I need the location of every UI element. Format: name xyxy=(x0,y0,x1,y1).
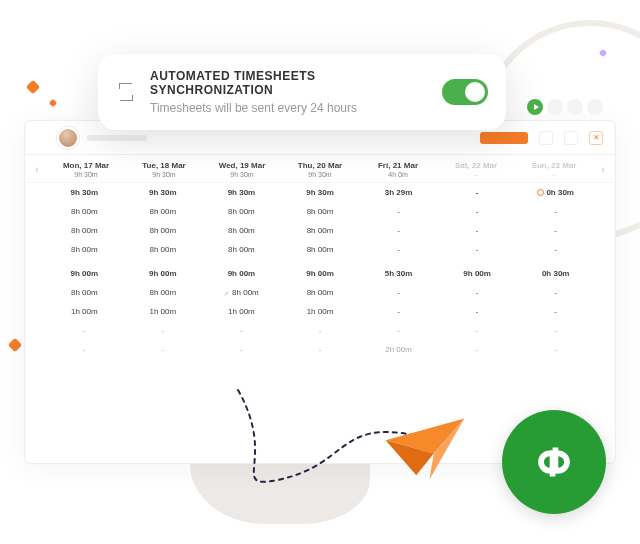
timesheet-cell[interactable]: 8h 00m xyxy=(124,202,203,221)
timesheet-cell[interactable]: 0h 30m xyxy=(516,259,595,283)
cell-value: 1h 00m xyxy=(307,307,334,316)
timesheet-cell[interactable]: - xyxy=(359,202,438,221)
avatar[interactable] xyxy=(57,127,79,149)
timesheet-cell[interactable]: - xyxy=(516,302,595,321)
timesheet-cell[interactable]: 8h 00m xyxy=(281,202,360,221)
timesheet-cell[interactable]: - xyxy=(438,302,517,321)
cell-value: - xyxy=(476,188,479,197)
cell-value: 0h 30m xyxy=(546,188,574,197)
cell-value: 8h 00m xyxy=(71,207,98,216)
cell-value: 1h 00m xyxy=(71,307,98,316)
view-option-2[interactable] xyxy=(564,131,578,145)
timesheet-cell[interactable]: - xyxy=(516,340,595,359)
timesheet-cell[interactable]: 8h 00m xyxy=(124,240,203,259)
timesheet-cell[interactable]: - xyxy=(438,202,517,221)
timesheet-cell[interactable]: 8h 00m xyxy=(124,221,203,240)
cell-value: 8h 00m xyxy=(307,288,334,297)
timesheet-cell[interactable]: - xyxy=(359,221,438,240)
timesheet-cell[interactable]: 8h 00m xyxy=(281,240,360,259)
timesheet-cell[interactable]: 5h 30m xyxy=(359,259,438,283)
cell-value: 8h 00m xyxy=(232,288,259,297)
pencil-icon xyxy=(224,290,230,296)
timesheet-cell[interactable]: 2h 00m xyxy=(359,340,438,359)
timesheet-cell[interactable]: 9h 30m xyxy=(281,183,360,202)
timesheet-cell[interactable]: - xyxy=(438,283,517,302)
next-week-button[interactable]: › xyxy=(593,164,613,175)
timesheet-cell[interactable]: - xyxy=(359,240,438,259)
timesheet-cell[interactable]: 1h 00m xyxy=(124,302,203,321)
timesheet-cell[interactable]: 1h 00m xyxy=(281,302,360,321)
timesheet-cell[interactable]: 8h 00m xyxy=(202,283,281,302)
cell-value: 9h 00m xyxy=(149,269,177,278)
cell-value: 8h 00m xyxy=(150,226,177,235)
timesheet-cell[interactable]: 1h 00m xyxy=(45,302,124,321)
timesheet-cell[interactable]: 8h 00m xyxy=(45,221,124,240)
timesheet-cell[interactable]: - xyxy=(516,221,595,240)
user-name-placeholder xyxy=(87,135,147,141)
timesheet-cell[interactable]: 8h 00m xyxy=(202,221,281,240)
timesheet-cell[interactable]: 9h 00m xyxy=(438,259,517,283)
toolbar-circle-2[interactable] xyxy=(567,99,583,115)
cell-value: - xyxy=(162,326,165,335)
timesheet-cell[interactable]: - xyxy=(438,240,517,259)
timesheet-cell[interactable]: 9h 00m xyxy=(202,259,281,283)
timesheet-cell[interactable]: - xyxy=(516,321,595,340)
timesheet-cell[interactable]: - xyxy=(438,340,517,359)
timesheet-cell[interactable]: 8h 00m xyxy=(202,240,281,259)
timesheet-cell[interactable]: 9h 30m xyxy=(202,183,281,202)
cell-value: - xyxy=(554,326,557,335)
timesheet-cell[interactable]: - xyxy=(202,340,281,359)
day-header: Thu, 20 Mar9h 30m xyxy=(281,161,359,178)
timesheet-cell[interactable]: 8h 00m xyxy=(124,283,203,302)
play-button[interactable] xyxy=(527,99,543,115)
view-option-1[interactable] xyxy=(539,131,553,145)
timesheet-cell[interactable]: - xyxy=(45,340,124,359)
prev-week-button[interactable]: ‹ xyxy=(27,164,47,175)
cell-value: - xyxy=(476,345,479,354)
cell-value: 0h 30m xyxy=(542,269,570,278)
timesheet-cell[interactable]: - xyxy=(281,321,360,340)
toolbar-circle-3[interactable] xyxy=(587,99,603,115)
cell-value: - xyxy=(83,326,86,335)
timesheet-cell[interactable]: - xyxy=(359,283,438,302)
timesheet-cell[interactable]: 3h 29m xyxy=(359,183,438,202)
timesheet-cell[interactable]: - xyxy=(359,321,438,340)
timesheet-cell[interactable]: 9h 00m xyxy=(45,259,124,283)
timesheet-cell[interactable]: 8h 00m xyxy=(45,240,124,259)
timesheet-cell[interactable]: 9h 30m xyxy=(45,183,124,202)
timesheet-cell[interactable]: 1h 00m xyxy=(202,302,281,321)
timesheet-cell[interactable]: - xyxy=(516,202,595,221)
cell-value: - xyxy=(397,207,400,216)
timesheet-cell[interactable]: - xyxy=(359,302,438,321)
timesheet-cell[interactable]: - xyxy=(281,340,360,359)
timesheet-cell[interactable]: - xyxy=(45,321,124,340)
toolbar-circle-1[interactable] xyxy=(547,99,563,115)
timesheet-cell[interactable]: 9h 00m xyxy=(124,259,203,283)
sync-toggle[interactable] xyxy=(442,79,488,105)
timesheet-cell[interactable]: 8h 00m xyxy=(202,202,281,221)
timesheet-cell[interactable]: 8h 00m xyxy=(281,221,360,240)
timesheet-cell[interactable]: - xyxy=(124,340,203,359)
timesheet-cell[interactable]: 9h 30m xyxy=(124,183,203,202)
timesheet-cell[interactable]: 0h 30m xyxy=(516,183,595,202)
timesheet-cell[interactable]: 9h 00m xyxy=(281,259,360,283)
primary-action-button[interactable] xyxy=(480,132,528,144)
view-option-3[interactable]: ✕ xyxy=(589,131,603,145)
timesheet-cell[interactable]: - xyxy=(438,183,517,202)
timesheet-cell[interactable]: - xyxy=(202,321,281,340)
timesheet-cell[interactable]: - xyxy=(516,240,595,259)
cell-value: - xyxy=(397,245,400,254)
cell-value: 8h 00m xyxy=(307,207,334,216)
timesheet-cell[interactable]: - xyxy=(516,283,595,302)
timesheet-cell[interactable]: - xyxy=(438,221,517,240)
cell-value: 9h 00m xyxy=(228,269,256,278)
cell-value: 8h 00m xyxy=(228,245,255,254)
timesheet-cell[interactable]: - xyxy=(438,321,517,340)
timesheet-cell[interactable]: 8h 00m xyxy=(45,283,124,302)
cell-value: - xyxy=(554,245,557,254)
cell-value: - xyxy=(83,345,86,354)
cell-value: 9h 30m xyxy=(70,188,98,197)
timesheet-cell[interactable]: - xyxy=(124,321,203,340)
timesheet-cell[interactable]: 8h 00m xyxy=(45,202,124,221)
timesheet-cell[interactable]: 8h 00m xyxy=(281,283,360,302)
